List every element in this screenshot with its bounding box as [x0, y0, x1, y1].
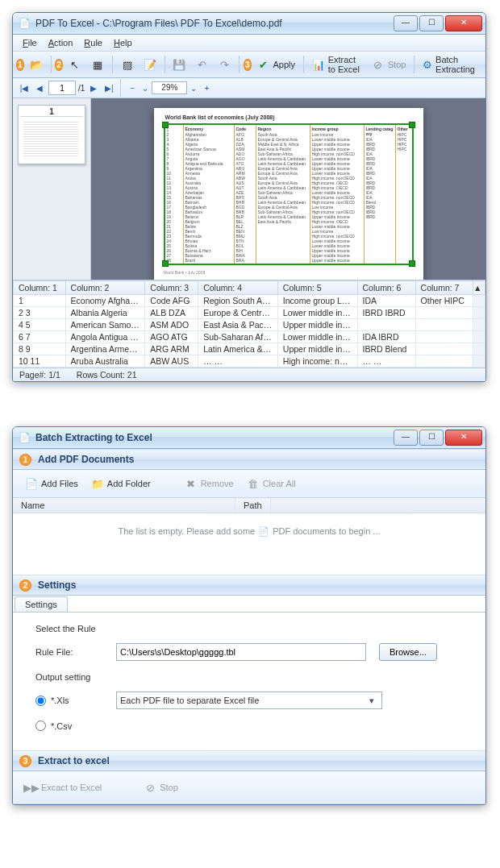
doc-footnote: World Bank • July 2008	[164, 270, 414, 275]
pdf-viewer[interactable]: World Bank list of economies (July 2008)…	[91, 98, 485, 280]
doc-column: OtherHIPCHIPCHIPCHIPC	[396, 125, 420, 264]
apply-button[interactable]: ✔Apply	[253, 54, 300, 75]
open-file-button[interactable]: 📂	[26, 54, 47, 75]
pointer-tool-button[interactable]: ↖	[65, 54, 85, 75]
menu-file[interactable]: File	[18, 36, 42, 49]
resize-handle-bl[interactable]	[162, 260, 169, 267]
add-folder-button[interactable]: 📁Add Folder	[87, 473, 155, 494]
titlebar: 📄 PDF To Excel - C:\Program Files\ PDF T…	[13, 13, 485, 35]
main-window: 📄 PDF To Excel - C:\Program Files\ PDF T…	[12, 12, 486, 382]
grid-col-header[interactable]: Column: 1	[14, 281, 66, 295]
stop-icon: ⊘	[372, 58, 385, 71]
rule-file-input[interactable]	[116, 643, 366, 661]
maximize-button[interactable]: ☐	[419, 15, 444, 31]
page-input[interactable]	[48, 81, 76, 95]
menu-action[interactable]: Action	[44, 36, 78, 49]
step-2-badge: 2	[55, 59, 63, 71]
selection-box[interactable]: 1234567891011121314151617181920212223242…	[164, 123, 414, 265]
undo-button: ↶	[191, 54, 212, 75]
play-icon: ▶▶	[25, 781, 38, 794]
stop-icon: ⊘	[144, 781, 156, 794]
col-path[interactable]: Path	[235, 498, 271, 513]
col-name[interactable]: Name	[13, 498, 235, 513]
grid-icon: ▦	[91, 58, 104, 71]
grid-col-header[interactable]: Column: 4	[198, 281, 278, 295]
statusbar: Page#: 1/1 Rows Count: 21	[13, 368, 485, 381]
batch-extracting-button[interactable]: ⚙Batch Extracting	[419, 54, 482, 75]
radio-csv[interactable]: *.Csv	[35, 721, 103, 731]
batch-window-title: Batch Extracting to Excel	[35, 432, 394, 443]
gear-icon: ⚙	[423, 58, 432, 71]
browse-button[interactable]: Browse...	[379, 643, 437, 661]
step-3-badge: 3	[244, 59, 252, 71]
grid-col-header[interactable]: Column: 3	[145, 281, 198, 295]
file-list-header: Name Path	[13, 498, 485, 513]
menu-help[interactable]: Help	[109, 36, 137, 49]
clear-icon: 🗑	[247, 477, 260, 490]
minimize-button[interactable]: —	[394, 430, 418, 446]
extract-to-excel-button[interactable]: 📊Extract to Excel	[308, 54, 366, 75]
menu-rule[interactable]: Rule	[79, 36, 107, 49]
edit-tool-button[interactable]: 📝	[140, 54, 160, 75]
stop-button: ⊘Stop	[368, 54, 410, 75]
rule-file-label: Rule File:	[35, 647, 103, 657]
status-page: Page#: 1/1	[19, 370, 60, 380]
grid-tool-button[interactable]: ▦	[87, 54, 108, 75]
menubar: File Action Rule Help	[13, 35, 485, 52]
resize-handle-br[interactable]	[409, 260, 415, 267]
zoom-value[interactable]: 29%	[152, 81, 187, 94]
grid-col-header[interactable]: Column: 2	[65, 281, 145, 295]
table-row[interactable]: 1Economy Afgha…Code AFGRegion South Asia…	[14, 295, 485, 307]
remove-icon: ✖	[185, 477, 198, 490]
add-file-icon: 📄	[25, 477, 38, 490]
add-toolbar: 📄Add Files 📁Add Folder ✖Remove 🗑Clear Al…	[13, 470, 485, 498]
clear-all-button: 🗑Clear All	[243, 473, 300, 494]
step-1-badge: 1	[19, 454, 31, 466]
next-page-button[interactable]: ▶	[87, 81, 100, 94]
zoom-in-button[interactable]: +	[200, 81, 213, 94]
grid-col-header[interactable]: Column: 5	[277, 281, 357, 295]
excel-icon: 📊	[312, 58, 325, 71]
step-1-badge: 1	[16, 59, 24, 71]
first-page-button[interactable]: |◀	[18, 81, 31, 94]
table-row[interactable]: 2 3Albania AlgeriaALB DZAEurope & Centr……	[14, 307, 485, 319]
add-folder-icon: 📁	[91, 477, 104, 490]
last-page-button[interactable]: ▶|	[102, 81, 115, 94]
add-files-button[interactable]: 📄Add Files	[21, 473, 82, 494]
page-thumbnail[interactable]: 1	[18, 105, 85, 164]
close-button[interactable]: ✕	[445, 430, 482, 446]
close-button[interactable]: ✕	[445, 15, 482, 31]
prev-page-button[interactable]: ◀	[33, 81, 46, 94]
save-icon: 💾	[173, 58, 185, 71]
section-settings: 2 Settings	[13, 575, 485, 596]
doc-column: RegionSouth AsiaEurope & Central AsiaMid…	[256, 125, 310, 264]
section-extract: 3 Extract to excel	[13, 750, 485, 771]
table-row[interactable]: 4 5American Samo…ASM ADOEast Asia & Paci…	[14, 319, 485, 331]
output-setting-label: Output setting	[35, 672, 463, 682]
grid-col-header[interactable]: Column: 6	[357, 281, 415, 295]
table-row[interactable]: 10 11Aruba AustraliaABW AUS… …High incom…	[14, 355, 485, 368]
zoom-out-button[interactable]: −	[126, 81, 139, 94]
chevron-down-icon: ▾	[365, 696, 378, 706]
mark-tool-button[interactable]: ▨	[117, 54, 138, 75]
tab-settings[interactable]: Settings	[15, 596, 68, 612]
page-total: /1	[78, 84, 85, 93]
edit-icon: 📝	[144, 58, 156, 71]
doc-column: CodeAFGALBDZAASMADOAGOATGARGARMABWAUSAUT…	[235, 125, 256, 264]
resize-handle-tl[interactable]	[162, 122, 169, 128]
select-rule-label: Select the Rule	[35, 624, 463, 633]
data-grid: Column: 1Column: 2Column: 3Column: 4Colu…	[13, 280, 485, 368]
scroll-up[interactable]: ▲	[473, 281, 485, 295]
grid-col-header[interactable]: Column: 7	[415, 281, 473, 295]
doc-column: 1234567891011121314151617181920212223242…	[165, 125, 184, 264]
minimize-button[interactable]: —	[394, 15, 418, 31]
radio-xls[interactable]: *.Xls	[35, 696, 103, 706]
resize-handle-tr[interactable]	[409, 122, 415, 128]
table-row[interactable]: 8 9Argentina Arme…ARG ARMLatin America &…	[14, 343, 485, 355]
app-icon: 📄	[18, 431, 31, 444]
table-row[interactable]: 6 7Angola Antigua …AGO ATGSub-Saharan Af…	[14, 331, 485, 343]
maximize-button[interactable]: ☐	[419, 430, 444, 446]
status-rows: Rows Count: 21	[77, 370, 137, 380]
remove-button: ✖Remove	[181, 473, 238, 494]
output-mode-select[interactable]: Each PDF file to separate Excel file▾	[116, 691, 382, 709]
